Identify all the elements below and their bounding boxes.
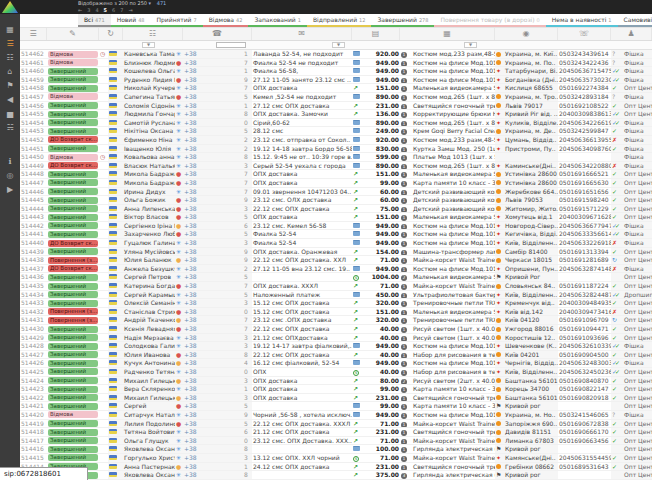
table-row[interactable]: 514422ЗавершенийМихаил Гилецький●+383ОПХ… (20, 394, 652, 403)
product-filter-dropdown[interactable]: ▼ (464, 42, 477, 48)
table-row[interactable]: 514455ЗавершенийЛюдмила Гончарова✳+388ОП… (20, 110, 652, 119)
table-row[interactable]: 514447ЗавершенийМикола Бадражан●+387ОПХ … (20, 179, 652, 188)
table-row[interactable]: 514420ВідмоваСитарчук Наталія Гр..✳+389Ч… (20, 411, 652, 420)
table-row[interactable]: 514423ЗавершенийВера Скляренко✳+381ОПХ д… (20, 385, 652, 394)
table-row[interactable]: 514446ЗавершенийИрина Дидух✳+38709.01 зв… (20, 188, 652, 197)
page-button-7[interactable]: 7 (120, 7, 123, 14)
page-button-5[interactable]: 5 (104, 7, 107, 14)
tab-3[interactable]: Прийнятий7 (151, 14, 203, 27)
chevron-down-icon[interactable]: ▾ (149, 0, 152, 6)
table-row[interactable]: 514418ЗавершенийТетяна Войтович✳+38621.1… (20, 428, 652, 437)
table-row[interactable]: 514421ЗавершенийСергей●+38599.001Карта п… (20, 402, 652, 411)
table-row[interactable]: 514424ЗавершенийМихаил Гилецький●+383ОПХ… (20, 377, 652, 386)
comment-filter-dropdown[interactable]: ▼ (332, 42, 345, 48)
table-row[interactable]: 514457ВідмоваСапегина Татьяна С..●+385Ке… (20, 93, 652, 102)
monitor-icon[interactable]: ◎ (0, 169, 20, 183)
cell-pay: ↗ (352, 248, 364, 256)
tab-7[interactable]: Завершений278 (371, 14, 434, 27)
table-row[interactable]: 514419ЗавершенийЛилия Подолинская●+38522… (20, 420, 652, 429)
col-manager-icon[interactable]: ♟ (611, 28, 652, 40)
cell-src: Опт Центр (623, 256, 652, 264)
reports-icon[interactable]: ▅ (0, 107, 20, 121)
page-button-6[interactable]: 6 (112, 7, 115, 14)
table-row[interactable]: 514450Відмова◷Ковальова анна✳+38815.12. … (20, 153, 652, 162)
table-row[interactable]: 514438Повернення (з...Юлия Баланюк●+3892… (20, 256, 652, 265)
table-row[interactable]: 514416ЗавершенийЯковлева Оксана✳+388100.… (20, 445, 652, 454)
phone-filter-input[interactable] (216, 42, 246, 48)
table-row[interactable]: 514458ЗавершенийНиколай Кучеренко✳+387ОП… (20, 84, 652, 93)
cell-phone: +38 (183, 59, 240, 67)
last-page-button[interactable]: ⇥ (128, 7, 132, 14)
table-row[interactable]: 514459ЗавершенийРуденко Лидия Пав..●+389… (20, 76, 652, 85)
table-row[interactable]: 514442ЗавершенийСергіенко Іріна Ми..●+38… (20, 222, 652, 231)
table-row[interactable]: 514451ЗавершенийІващенко Юлія✳+38219.12 … (20, 145, 652, 154)
page-button-3[interactable]: 3 (87, 7, 90, 14)
table-row[interactable]: 514432Повернення (з...Станіслав Стрижак●… (20, 308, 652, 317)
table-row[interactable]: 514449ДО Возврат ск...Власюк Наталья✳+38… (20, 162, 652, 171)
tab-4[interactable]: Відмова42 (203, 14, 249, 27)
table-row[interactable]: 514413ЗавершенийЯковлева Оксана✳+388↗375… (20, 471, 652, 480)
menu-icon[interactable]: ☰ (0, 37, 20, 51)
table-row[interactable]: 514433ЗавершенийОлексій Семанін✳+38315.1… (20, 299, 652, 308)
table-row[interactable]: 514456ЗавершенийСоломія Сідоніна✳+38127.… (20, 102, 652, 111)
video-icon[interactable]: ▶ (0, 183, 20, 197)
col-ttn-icon[interactable]: ☏ (558, 28, 611, 40)
table-row[interactable]: 514448ЗавершенийМикола Бадражан●+387ОПХ … (20, 170, 652, 179)
filters-icon[interactable]: ☵ (0, 121, 20, 135)
col-client-icon[interactable]: ☷ (123, 28, 183, 40)
labels-icon[interactable]: ⚑ (0, 79, 20, 93)
table-row[interactable]: 514430ЗавершенийКсенія Левадняя●+38722.1… (20, 325, 652, 334)
col-refresh-icon[interactable]: ↻ (99, 28, 123, 40)
dashboard-icon[interactable]: ▦ (0, 23, 20, 37)
table-row[interactable]: 514415ЗавершенийГоргулько Христина..✳+38… (20, 454, 652, 463)
table-row[interactable]: 514427ЗавершенийЮлия Иванова●+38822.12 с… (20, 351, 652, 360)
table-row[interactable]: 514435ЗавершенийКатерина Богданова●+387О… (20, 282, 652, 291)
table-row[interactable]: 514452ДО Возврат ск...Єфименко Ніна✳+382… (20, 136, 652, 145)
col-comment-icon[interactable]: ✉ (252, 28, 352, 40)
table-row[interactable]: 514425ЗавершенийРадченко Тетяна✳+380ОПХ$… (20, 368, 652, 377)
table-row[interactable]: 514453ЗавершенийНікітіна Оксана Дми..✳+3… (20, 127, 652, 136)
table-row[interactable]: 514414ЗавершенийАнна Пастернак●+38124.12… (20, 463, 652, 472)
tab-2[interactable]: Новий48 (111, 14, 151, 27)
page-button-4[interactable]: 4 (95, 7, 98, 14)
col-product-icon[interactable]: ▦ (400, 28, 495, 40)
tab-9[interactable]: Нема в наявності1 (546, 14, 618, 27)
col-phone-icon[interactable]: ☎ (183, 28, 252, 40)
tab-6[interactable]: Відправлений12 (307, 14, 372, 27)
tab-8[interactable]: Повернення товару (в дорозі)0 (434, 14, 545, 27)
name-filter-dropdown[interactable]: ▼ (142, 42, 155, 48)
col-edit-icon[interactable]: ✎ (47, 28, 99, 40)
app-logo-icon[interactable] (2, 1, 18, 13)
tab-10[interactable]: Самовивіз2 (618, 14, 652, 27)
announcements-icon[interactable]: ◀ (0, 93, 20, 107)
first-page-button[interactable]: ⇤ (78, 7, 82, 14)
table-row[interactable]: 514417ЗавершенийОльга Глущук✳+38023.12 с… (20, 437, 652, 446)
table-row[interactable]: 514437ДО Возврат ск...Анжела Безушку✳+38… (20, 265, 652, 274)
table-row[interactable]: 514428ЗавершенийСолодкова Галина В..✳+38… (20, 342, 652, 351)
table-row[interactable]: 514429ЗавершенийНадія Мерзаєва✳+38321.12… (20, 334, 652, 343)
table-row[interactable]: 514445ЗавершенийОльга Божик●+38923.12 см… (20, 196, 652, 205)
table-row[interactable]: 514454ЗавершенийСамотій Руслана Во..✳+38… (20, 119, 652, 128)
table-row[interactable]: 514436ЗавершенийСергей Петров✳+385$1004.… (20, 273, 652, 282)
table-row[interactable]: 514444ЗавершенийАнна Липенська●+38322.12… (20, 205, 652, 214)
col-address-icon[interactable]: ◉ (495, 28, 558, 40)
table-row[interactable]: 514426ЗавершенийКучук Антонина●+38416.12… (20, 359, 652, 368)
table-row[interactable]: 514441ЗавершенийЗахарченко Люба●+385Фиал… (20, 230, 652, 239)
cell-product: Костюм на флисе Мод.1014 (1ш.. (412, 411, 495, 419)
table-row[interactable]: 514440ДО Возврат ск...Гуцалюк Галина✳+38… (20, 239, 652, 248)
table-row[interactable]: 514462Відмова◷Каневська Тамара ..✳+381Ла… (20, 50, 652, 59)
table-row[interactable]: 514443ЗавершенийВіктор Власов●+385ОПХ до… (20, 213, 652, 222)
tab-1[interactable]: Всі471 (78, 14, 111, 27)
tab-5[interactable]: Запакований1 (248, 14, 307, 27)
table-row[interactable]: 514460ЗавершенийКошелева Ольга Ар..✳+381… (20, 67, 652, 76)
col-payment-icon[interactable]: ▤ (352, 28, 400, 40)
info-icon[interactable]: ℹ (0, 155, 20, 169)
col-orders-icon[interactable]: ☰ (20, 28, 47, 40)
table-row[interactable]: 514431Повернення (з...Андрій Ткаченко●+3… (20, 316, 652, 325)
table-row[interactable]: 514461ВідмоваБлизнюк Людмила ..●+387Фиал… (20, 59, 652, 68)
table-row[interactable]: 514439ЗавершенийУляна Мусійовська✳+389ОП… (20, 248, 652, 257)
clients-icon[interactable]: ☷ (0, 51, 20, 65)
table-row[interactable]: 514434ЗавершенийСергей Карамышев✳+385Нал… (20, 291, 652, 300)
company-icon[interactable]: ⌂ (0, 65, 20, 79)
records-shown-info[interactable]: Відображено з 200 по 250 ▾ 471 (78, 0, 166, 7)
